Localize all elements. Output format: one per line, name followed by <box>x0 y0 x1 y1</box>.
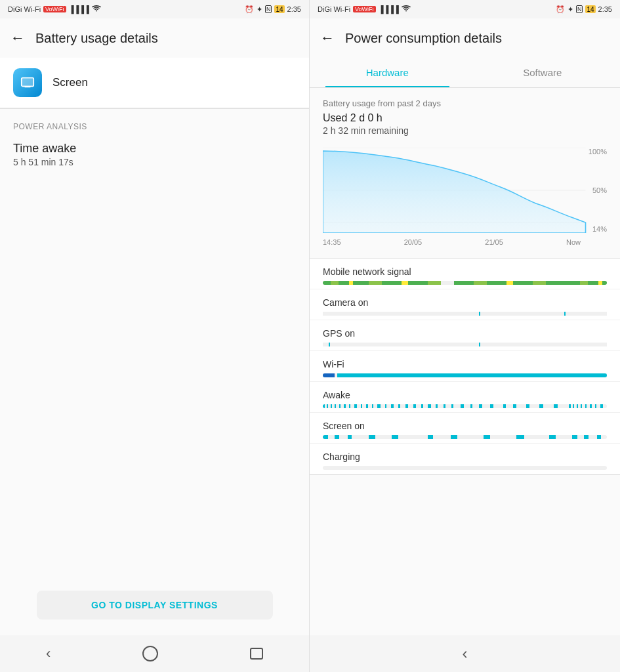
chart-y-labels: 100% 50% 14% <box>583 148 607 233</box>
battery-remaining-label: 2 h 32 min remaining <box>323 125 607 136</box>
right-header: ← Power consumption details <box>310 18 620 58</box>
screen-item[interactable]: Screen <box>0 58 309 108</box>
tabs-container: Hardware Software <box>310 58 620 88</box>
right-nav-bar: ‹ <box>310 635 620 672</box>
right-battery-icon: 14 <box>585 5 595 13</box>
screen-app-label: Screen <box>52 76 88 89</box>
chart-x-2105: 21/05 <box>485 238 503 246</box>
hw-bar-gps <box>323 343 607 346</box>
hw-row-camera: Camera on <box>310 289 620 320</box>
right-signal-bars: ▐▐▐▐ <box>379 5 399 13</box>
left-back-button[interactable]: ← <box>10 30 25 47</box>
hw-bar-screen-on <box>323 435 607 439</box>
nav-recent-icon[interactable] <box>250 648 263 660</box>
hw-label-mobile-signal: Mobile network signal <box>323 266 607 277</box>
hw-row-gps: GPS on <box>310 320 620 351</box>
hw-row-mobile-signal: Mobile network signal <box>310 259 620 289</box>
chart-y-100: 100% <box>583 148 607 156</box>
right-bt-icon: ✦ <box>568 5 573 14</box>
screen-app-icon <box>13 68 42 97</box>
hw-label-charging: Charging <box>323 452 607 462</box>
battery-info: Battery usage from past 2 days Used 2 d … <box>310 88 620 141</box>
left-carrier-text: DiGi Wi-Fi <box>8 5 41 13</box>
left-wifi-badge: VoWiFi <box>43 6 66 12</box>
hw-label-screen-on: Screen on <box>323 421 607 431</box>
right-carrier-info: DiGi Wi-Fi VoWiFi ▐▐▐▐ <box>318 5 411 13</box>
hardware-section: Mobile network signal Camera on GPS on W… <box>310 258 620 475</box>
battery-chart-svg <box>323 148 607 233</box>
right-alarm-icon: ⏰ <box>556 5 565 14</box>
left-battery-icon: 14 <box>274 5 284 13</box>
hw-row-wifi: Wi-Fi <box>310 351 620 382</box>
hw-label-camera: Camera on <box>323 297 607 308</box>
right-nav-back-icon[interactable]: ‹ <box>463 644 468 663</box>
tab-hardware[interactable]: Hardware <box>310 58 465 87</box>
hw-row-charging: Charging <box>310 444 620 474</box>
right-page-title: Power consumption details <box>345 31 502 46</box>
svg-rect-1 <box>24 87 30 88</box>
left-header: ← Battery usage details <box>0 18 309 58</box>
time-awake-value: 5 h 51 min 17s <box>13 157 296 167</box>
wifi-segment-small <box>323 373 335 377</box>
nav-back-icon[interactable]: ‹ <box>46 645 51 662</box>
hw-bar-charging <box>323 466 607 470</box>
right-status-bar: DiGi Wi-Fi VoWiFi ▐▐▐▐ ⏰ ✦ N 14 2:35 <box>310 0 620 18</box>
hw-label-gps: GPS on <box>323 328 607 339</box>
left-nfc-icon: N <box>265 5 272 13</box>
wifi-segment-large <box>337 373 607 377</box>
chart-x-1435: 14:35 <box>323 238 341 246</box>
right-back-button[interactable]: ← <box>320 30 335 47</box>
hw-row-awake: Awake <box>310 382 620 413</box>
hw-row-screen-on: Screen on <box>310 413 620 444</box>
battery-used-label: Used 2 d 0 h <box>323 112 607 124</box>
chart-x-labels: 14:35 20/05 21/05 Now <box>323 238 607 246</box>
left-bt-icon: ✦ <box>257 5 262 14</box>
right-nfc-icon: N <box>576 5 583 13</box>
left-nav-bar: ‹ <box>0 635 309 672</box>
battery-from-label: Battery usage from past 2 days <box>323 98 607 108</box>
left-status-bar: DiGi Wi-Fi VoWiFi ▐▐▐▐ ⏰ ✦ N 14 2:35 <box>0 0 309 18</box>
right-wifi-icon <box>402 5 411 13</box>
go-to-display-settings-button[interactable]: GO TO DISPLAY SETTINGS <box>37 591 273 620</box>
left-carrier-info: DiGi Wi-Fi VoWiFi ▐▐▐▐ <box>8 5 101 13</box>
chart-x-now: Now <box>566 238 581 246</box>
hw-bar-awake <box>323 404 607 408</box>
right-carrier-text: DiGi Wi-Fi <box>318 5 350 13</box>
left-wifi-icon <box>92 5 101 13</box>
hw-bar-camera <box>323 312 607 316</box>
right-panel: DiGi Wi-Fi VoWiFi ▐▐▐▐ ⏰ ✦ N 14 2:35 ← P… <box>310 0 620 672</box>
chart-y-14: 14% <box>583 225 607 233</box>
left-right-status-icons: ⏰ ✦ N 14 2:35 <box>245 5 301 14</box>
left-alarm-icon: ⏰ <box>245 5 254 14</box>
battery-chart: 100% 50% 14% 14:35 20/05 21/05 Now <box>323 148 607 253</box>
go-button-container: GO TO DISPLAY SETTINGS <box>0 591 309 620</box>
left-page-title: Battery usage details <box>35 31 158 46</box>
time-awake-title: Time awake <box>13 142 296 156</box>
chart-x-2005: 20/05 <box>404 238 423 246</box>
hw-bar-mobile-signal <box>323 281 607 285</box>
right-right-status-icons: ⏰ ✦ N 14 2:35 <box>556 5 612 14</box>
right-time: 2:35 <box>598 5 612 13</box>
power-analysis-label: POWER ANALYSIS <box>0 109 309 136</box>
svg-rect-2 <box>22 79 33 86</box>
hw-bar-wifi <box>323 373 607 377</box>
hw-label-wifi: Wi-Fi <box>323 359 607 369</box>
time-awake-item: Time awake 5 h 51 min 17s <box>0 136 309 178</box>
left-time: 2:35 <box>287 5 301 13</box>
left-signal-bars: ▐▐▐▐ <box>69 5 89 13</box>
chart-y-50: 50% <box>583 186 607 194</box>
tab-software[interactable]: Software <box>465 58 621 87</box>
hw-label-awake: Awake <box>323 390 607 400</box>
nav-home-icon[interactable] <box>142 646 158 662</box>
right-wifi-badge: VoWiFi <box>353 6 376 12</box>
left-panel: DiGi Wi-Fi VoWiFi ▐▐▐▐ ⏰ ✦ N 14 2:35 ← B… <box>0 0 310 672</box>
